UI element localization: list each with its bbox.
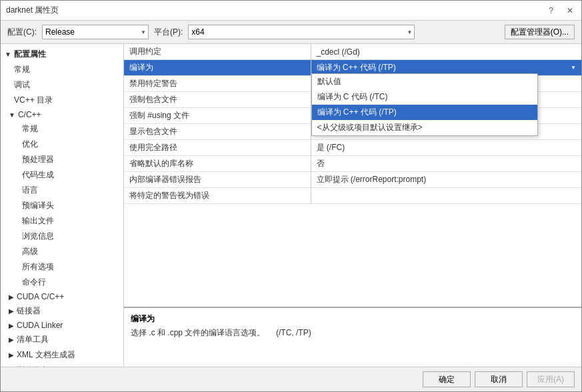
table-row-calling-conv[interactable]: 调用约定 _cdecl (/Gd): [124, 44, 581, 60]
compile-as-dropdown: 默认值 编译为 C 代码 (/TC) 编译为 C++ 代码 (/TP) <从父级…: [311, 73, 538, 136]
toolbar: 配置(C): Release Debug All Configurations …: [1, 21, 581, 44]
prop-name-omit-default-lib: 省略默认的库名称: [124, 156, 311, 172]
sidebar-item-cpp-general[interactable]: 常规: [1, 121, 123, 137]
description-title: 编译为: [131, 313, 575, 325]
properties-table: 调用约定 _cdecl (/Gd) 编译为 编译为 C++ 代码 (/TP) ▼: [124, 44, 581, 307]
description-text: 选择 .c 和 .cpp 文件的编译语言选项。 (/TC, /TP): [131, 327, 575, 339]
sidebar-item-cpp-pch[interactable]: 预编译头: [1, 198, 123, 213]
help-button[interactable]: ?: [546, 6, 556, 15]
cuda-linker-arrow-icon: ▶: [9, 322, 14, 329]
ok-button[interactable]: 确定: [423, 371, 471, 387]
cuda-arrow-icon: ▶: [9, 293, 14, 301]
sidebar-group-manifest[interactable]: ▶ 清单工具: [1, 332, 123, 347]
right-panel: 调用约定 _cdecl (/Gd) 编译为 编译为 C++ 代码 (/TP) ▼: [124, 44, 581, 367]
sidebar-item-cpp-preprocess[interactable]: 预处理器: [1, 152, 123, 167]
platform-label: 平台(P):: [154, 27, 183, 38]
dropdown-item-compile-c[interactable]: 编译为 C 代码 (/TC): [312, 89, 537, 105]
table-row-compile-as[interactable]: 编译为 编译为 C++ 代码 (/TP) ▼ 默认值 编译为 C 代码 (/TC…: [124, 60, 581, 76]
sidebar-item-general[interactable]: 常规: [1, 62, 123, 77]
sidebar-group-linker[interactable]: ▶ 链接器: [1, 303, 123, 319]
sidebar-item-cpp-output[interactable]: 输出文件: [1, 213, 123, 229]
title-bar: darknet 属性页 ? ✕: [1, 1, 581, 21]
cancel-button[interactable]: 取消: [475, 371, 523, 387]
sidebar-item-cpp-cmdline[interactable]: 命令行: [1, 275, 123, 290]
prop-value-compile-as[interactable]: 编译为 C++ 代码 (/TP) ▼ 默认值 编译为 C 代码 (/TC) 编译…: [311, 60, 581, 76]
sidebar-group-xml[interactable]: ▶ XML 文档生成器: [1, 347, 123, 363]
config-select[interactable]: Release Debug All Configurations: [42, 25, 149, 39]
table-row-treat-warn-error[interactable]: 将特定的警告视为错误: [124, 188, 581, 204]
linker-arrow-icon: ▶: [9, 307, 14, 315]
prop-name-force-include: 强制包含文件: [124, 92, 311, 108]
config-select-wrapper: Release Debug All Configurations: [42, 25, 149, 39]
config-manager-button[interactable]: 配置管理器(O)...: [505, 25, 575, 39]
sidebar-group-cuda-linker[interactable]: ▶ CUDA Linker: [1, 319, 123, 332]
sidebar-item-cpp-advanced[interactable]: 高级: [1, 244, 123, 259]
manifest-arrow-icon: ▶: [9, 336, 14, 343]
table-row-use-full-path[interactable]: 使用完全路径 是 (/FC): [124, 140, 581, 156]
prop-name-calling-conv: 调用约定: [124, 44, 311, 60]
cpp-arrow-icon: ▼: [9, 111, 15, 119]
sidebar-item-cpp-optimize[interactable]: 优化: [1, 137, 123, 152]
platform-select[interactable]: x64 x86 Win32: [188, 25, 415, 39]
prop-name-use-full-path: 使用完全路径: [124, 140, 311, 156]
platform-select-wrapper: x64 x86 Win32: [188, 25, 415, 39]
title-bar-controls: ? ✕: [546, 6, 576, 15]
prop-value-treat-warn-error: [311, 188, 581, 204]
sidebar-item-cpp-lang[interactable]: 语言: [1, 183, 123, 198]
sidebar-root-label: 配置属性: [14, 49, 46, 60]
prop-value-omit-default-lib: 否: [311, 156, 581, 172]
close-button[interactable]: ✕: [564, 6, 576, 15]
sidebar-root-header[interactable]: ▼ 配置属性: [1, 47, 123, 62]
dropdown-item-default[interactable]: 默认值: [312, 74, 537, 89]
prop-name-force-using: 强制 #using 文件: [124, 108, 311, 124]
description-hint: (/TC, /TP): [276, 328, 311, 337]
main-window: darknet 属性页 ? ✕ 配置(C): Release Debug All…: [0, 0, 582, 392]
sidebar-item-cpp-codegen[interactable]: 代码生成: [1, 167, 123, 183]
sidebar-item-debug[interactable]: 调试: [1, 77, 123, 93]
props-table-element: 调用约定 _cdecl (/Gd) 编译为 编译为 C++ 代码 (/TP) ▼: [124, 44, 581, 204]
config-label: 配置(C):: [7, 27, 37, 38]
sidebar-group-cuda[interactable]: ▶ CUDA C/C++: [1, 290, 123, 303]
prop-name-disable-warn: 禁用特定警告: [124, 76, 311, 92]
compile-as-dropdown-cell[interactable]: 编译为 C++ 代码 (/TP) ▼: [317, 62, 577, 73]
sidebar: ▼ 配置属性 常规 调试 VC++ 目录 ▼ C/C++ 常规 优化 预处理器 …: [1, 44, 124, 367]
prop-name-show-include: 显示包含文件: [124, 124, 311, 140]
sidebar-item-cpp-all[interactable]: 所有选项: [1, 259, 123, 275]
sidebar-group-cpp[interactable]: ▼ C/C++: [1, 108, 123, 121]
sidebar-item-vc-dir[interactable]: VC++ 目录: [1, 93, 123, 108]
footer: 确定 取消 应用(A): [1, 367, 581, 391]
description-main-text: 选择 .c 和 .cpp 文件的编译语言选项。: [131, 328, 265, 337]
description-panel: 编译为 选择 .c 和 .cpp 文件的编译语言选项。 (/TC, /TP): [124, 307, 581, 367]
root-arrow-icon: ▼: [5, 51, 11, 58]
dropdown-item-compile-cpp[interactable]: 编译为 C++ 代码 (/TP): [312, 105, 537, 120]
sidebar-item-cpp-browse[interactable]: 浏览信息: [1, 229, 123, 244]
dropdown-item-inherit[interactable]: <从父级或项目默认设置继承>: [312, 120, 537, 135]
prop-value-internal-compiler: 立即提示 (/errorReport:prompt): [311, 172, 581, 188]
prop-name-compile-as: 编译为: [124, 60, 311, 76]
table-row-internal-compiler[interactable]: 内部编译器错误报告 立即提示 (/errorReport:prompt): [124, 172, 581, 188]
table-row-omit-default-lib[interactable]: 省略默认的库名称 否: [124, 156, 581, 172]
prop-value-use-full-path: 是 (/FC): [311, 140, 581, 156]
prop-name-internal-compiler: 内部编译器错误报告: [124, 172, 311, 188]
prop-value-calling-conv: _cdecl (/Gd): [311, 44, 581, 60]
window-title: darknet 属性页: [6, 5, 59, 16]
main-content: ▼ 配置属性 常规 调试 VC++ 目录 ▼ C/C++ 常规 优化 预处理器 …: [1, 44, 581, 367]
compile-as-arrow-icon[interactable]: ▼: [571, 65, 576, 71]
compile-as-value: 编译为 C++ 代码 (/TP): [317, 62, 396, 73]
prop-name-treat-warn-error: 将特定的警告视为错误: [124, 188, 311, 204]
xml-arrow-icon: ▶: [9, 351, 14, 359]
apply-button[interactable]: 应用(A): [527, 371, 575, 387]
